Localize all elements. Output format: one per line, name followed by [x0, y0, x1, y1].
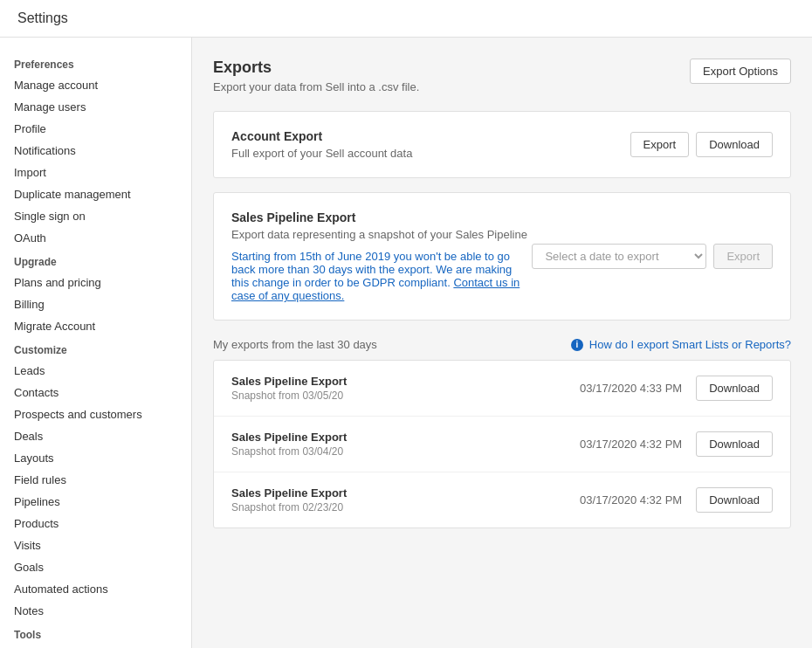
account-export-title: Account Export [231, 129, 412, 143]
sidebar-section-upgrade: Upgrade Plans and pricing Billing Migrat… [0, 249, 191, 337]
sidebar-item-contacts[interactable]: Contacts [0, 382, 191, 403]
sidebar-item-manage-account[interactable]: Manage account [0, 74, 191, 96]
exports-heading: Exports Export your data from Sell into … [213, 59, 419, 93]
sidebar-item-profile[interactable]: Profile [0, 118, 191, 140]
download-button-1[interactable]: Download [696, 376, 773, 401]
sidebar-item-pipelines[interactable]: Pipelines [0, 491, 191, 513]
export-row-info-2: Sales Pipeline Export Snapshot from 03/0… [231, 431, 347, 458]
help-link[interactable]: i How do I export Smart Lists or Reports… [571, 338, 791, 351]
export-row-title-2: Sales Pipeline Export [231, 431, 347, 444]
sales-pipeline-export-actions: Select a date to export Export [532, 244, 773, 269]
account-export-button[interactable]: Export [630, 132, 690, 157]
export-row-snapshot-3: Snapshot from 02/23/20 [231, 501, 347, 514]
sales-pipeline-export-card-body: Sales Pipeline Export Export data repres… [214, 193, 790, 320]
export-timestamp-1: 03/17/2020 4:33 PM [580, 382, 682, 395]
sales-pipeline-export-title: Sales Pipeline Export [231, 210, 532, 224]
account-export-card-inner: Account Export Full export of your Sell … [231, 129, 773, 160]
account-export-description: Full export of your Sell account data [231, 147, 412, 160]
sidebar-section-title-tools: Tools [0, 622, 191, 645]
export-row-snapshot-2: Snapshot from 03/04/20 [231, 445, 347, 458]
table-row: Sales Pipeline Export Snapshot from 03/0… [214, 361, 790, 417]
exports-list: Sales Pipeline Export Snapshot from 03/0… [213, 360, 791, 528]
sidebar-item-migrate-account[interactable]: Migrate Account [0, 315, 191, 337]
sales-pipeline-export-card-inner: Sales Pipeline Export Export data repres… [231, 210, 773, 302]
sidebar-item-oauth[interactable]: OAuth [0, 227, 191, 249]
sidebar-item-manage-users[interactable]: Manage users [0, 96, 191, 118]
help-link-text: How do I export Smart Lists or Reports? [589, 338, 791, 351]
sidebar-item-prospects-customers[interactable]: Prospects and customers [0, 403, 191, 425]
exports-title: Exports [213, 59, 419, 77]
export-row-title-1: Sales Pipeline Export [231, 375, 347, 388]
sidebar-item-goals[interactable]: Goals [0, 556, 191, 578]
export-options-button[interactable]: Export Options [690, 59, 791, 84]
sidebar: Preferences Manage account Manage users … [0, 38, 192, 648]
account-download-button[interactable]: Download [696, 132, 773, 157]
sidebar-item-deals[interactable]: Deals [0, 425, 191, 447]
sidebar-section-title-preferences: Preferences [0, 52, 191, 74]
exports-header: Exports Export your data from Sell into … [213, 59, 791, 93]
export-row-info-3: Sales Pipeline Export Snapshot from 02/2… [231, 486, 347, 514]
sidebar-item-visits[interactable]: Visits [0, 534, 191, 556]
exports-subtitle: Export your data from Sell into a .csv f… [213, 80, 419, 93]
exports-list-header: My exports from the last 30 days i How d… [213, 338, 791, 351]
sales-pipeline-export-button: Export [713, 244, 773, 269]
table-row: Sales Pipeline Export Snapshot from 02/2… [214, 472, 790, 527]
sidebar-item-plans-pricing[interactable]: Plans and pricing [0, 272, 191, 293]
sidebar-section-customize: Customize Leads Contacts Prospects and c… [0, 337, 191, 622]
table-row: Sales Pipeline Export Snapshot from 03/0… [214, 417, 790, 472]
sidebar-item-leads[interactable]: Leads [0, 360, 191, 382]
account-export-card-body: Account Export Full export of your Sell … [214, 112, 790, 177]
download-button-3[interactable]: Download [696, 487, 773, 513]
sales-pipeline-export-info: Sales Pipeline Export Export data repres… [231, 210, 532, 302]
export-row-right-3: 03/17/2020 4:32 PM Download [580, 487, 773, 513]
export-timestamp-2: 03/17/2020 4:32 PM [580, 438, 682, 451]
account-export-info: Account Export Full export of your Sell … [231, 129, 412, 160]
sales-pipeline-export-card: Sales Pipeline Export Export data repres… [213, 192, 791, 321]
sidebar-section-preferences: Preferences Manage account Manage users … [0, 52, 191, 249]
sales-pipeline-alert: Starting from 15th of June 2019 you won'… [231, 250, 532, 302]
account-export-actions: Export Download [630, 132, 773, 157]
export-row-right-1: 03/17/2020 4:33 PM Download [580, 376, 773, 401]
account-export-card: Account Export Full export of your Sell … [213, 111, 791, 178]
sidebar-section-tools: Tools Integrations Apps Calendars Email … [0, 622, 191, 648]
page-title: Settings [17, 10, 68, 25]
exports-list-label: My exports from the last 30 days [213, 338, 377, 351]
sidebar-item-single-sign-on[interactable]: Single sign on [0, 205, 191, 227]
sales-pipeline-export-description: Export data representing a snapshot of y… [231, 228, 532, 241]
sidebar-section-title-upgrade: Upgrade [0, 249, 191, 272]
sidebar-item-notes[interactable]: Notes [0, 600, 191, 622]
sidebar-item-duplicate-management[interactable]: Duplicate management [0, 183, 191, 205]
export-row-info-1: Sales Pipeline Export Snapshot from 03/0… [231, 375, 347, 402]
sidebar-item-automated-actions[interactable]: Automated actions [0, 578, 191, 600]
export-row-title-3: Sales Pipeline Export [231, 486, 347, 500]
date-select[interactable]: Select a date to export [532, 244, 706, 269]
sidebar-item-notifications[interactable]: Notifications [0, 140, 191, 162]
page-header: Settings [0, 0, 812, 38]
sidebar-section-title-customize: Customize [0, 337, 191, 360]
sidebar-item-products[interactable]: Products [0, 513, 191, 534]
export-row-snapshot-1: Snapshot from 03/05/20 [231, 389, 347, 402]
export-timestamp-3: 03/17/2020 4:32 PM [580, 493, 682, 507]
info-icon: i [571, 339, 583, 351]
sidebar-item-integrations[interactable]: Integrations [0, 645, 191, 648]
sidebar-item-layouts[interactable]: Layouts [0, 447, 191, 469]
sidebar-item-import[interactable]: Import [0, 162, 191, 183]
sidebar-item-billing[interactable]: Billing [0, 293, 191, 315]
sidebar-item-field-rules[interactable]: Field rules [0, 469, 191, 491]
main-content: Exports Export your data from Sell into … [192, 38, 812, 648]
download-button-2[interactable]: Download [696, 431, 773, 457]
export-row-right-2: 03/17/2020 4:32 PM Download [580, 431, 773, 457]
